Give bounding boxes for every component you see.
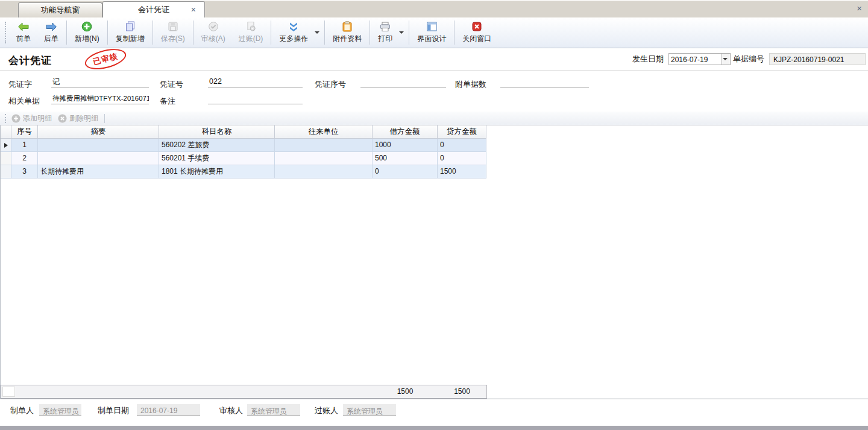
cell-seq[interactable]: 2 (11, 152, 38, 165)
voucher-no-field[interactable]: 022 (208, 76, 303, 87)
cell-summary[interactable] (38, 152, 159, 165)
save-icon (168, 21, 178, 32)
new-button[interactable]: 新增(N) (68, 17, 106, 48)
clipboard-icon (342, 21, 352, 32)
tab-bar: 功能导航窗 会计凭证 × × (0, 0, 868, 17)
cell-seq[interactable]: 3 (11, 165, 38, 179)
cell-credit[interactable]: 0 (438, 152, 486, 165)
attachments-button[interactable]: 附件资料 (326, 17, 368, 48)
more-actions-button[interactable]: 更多操作 (272, 17, 323, 48)
col-seq-header[interactable]: 序号 (11, 125, 38, 139)
cell-debit[interactable]: 1000 (373, 139, 438, 152)
cell-debit[interactable]: 0 (373, 165, 438, 179)
tab-close-icon[interactable]: × (191, 2, 196, 17)
document-check-icon (245, 21, 256, 32)
row-selector-cell[interactable] (1, 165, 11, 179)
print-button[interactable]: 打印 (371, 17, 407, 48)
remark-field[interactable] (208, 93, 303, 104)
table-row[interactable]: 2 560201 手续费 500 0 (1, 152, 868, 165)
detail-toolbar: 添加明细 删除明细 (0, 112, 868, 125)
voucher-form: 凭证字 记 凭证号 022 凭证序号 附单据数 相关单据 待摊费用摊销DTFYT… (0, 71, 868, 112)
col-unit-header[interactable]: 往来单位 (275, 125, 373, 139)
voucher-word-field[interactable]: 记 (51, 76, 149, 87)
prev-doc-button[interactable]: 前单 (10, 17, 37, 48)
add-detail-label: 添加明细 (23, 113, 52, 124)
cell-account[interactable]: 560201 手续费 (159, 152, 275, 165)
row-selector-cell[interactable] (1, 152, 11, 165)
voucher-word-label: 凭证字 (8, 79, 32, 90)
toolbar-separator (454, 21, 454, 45)
entries-grid: 序号 摘要 科目名称 往来单位 借方金额 贷方金额 1 560202 差旅费 1… (0, 125, 868, 399)
remark-label: 备注 (160, 96, 175, 107)
toolbar-separator (324, 21, 325, 45)
date-input[interactable]: 2016-07-19 (669, 54, 722, 65)
header-fields: 发生日期 2016-07-19 单据编号 KJPZ-20160719-0021 (632, 53, 866, 65)
current-row-arrow-icon (4, 143, 8, 148)
cell-credit[interactable]: 1500 (438, 165, 486, 179)
date-dropdown-button[interactable] (722, 54, 730, 65)
copy-new-button[interactable]: 复制新增 (109, 17, 151, 48)
remove-detail-button[interactable]: 删除明细 (56, 113, 102, 124)
toolbar-separator (66, 21, 67, 45)
related-doc-field[interactable]: 待摊费用摊销DTFYTX-2016071 (51, 93, 149, 104)
grid-selector-header[interactable] (1, 125, 11, 139)
copy-icon (125, 21, 136, 32)
cell-unit[interactable] (275, 139, 373, 152)
cell-debit[interactable]: 500 (373, 152, 438, 165)
status-strip (0, 426, 868, 430)
toolbar-separator (153, 21, 153, 45)
cell-account[interactable]: 1801 长期待摊费用 (159, 165, 275, 179)
auditor-label: 审核人 (219, 405, 243, 416)
cell-credit[interactable]: 0 (438, 139, 486, 152)
post-button[interactable]: 过账(D) (232, 17, 270, 48)
toolbar-separator (104, 114, 105, 123)
toolbar-separator (193, 21, 193, 45)
tab-accounting-voucher[interactable]: 会计凭证 × (102, 1, 205, 17)
next-doc-button[interactable]: 后单 (37, 17, 65, 48)
window-close-icon[interactable]: × (857, 4, 862, 13)
print-inner: 打印 (371, 19, 399, 46)
cell-summary[interactable] (38, 139, 159, 152)
attached-count-field[interactable] (500, 76, 589, 87)
audit-label: 审核(A) (201, 34, 225, 44)
plus-circle-gray-icon (11, 113, 20, 124)
new-label: 新增(N) (75, 34, 99, 44)
col-debit-header[interactable]: 借方金额 (373, 125, 438, 139)
table-row[interactable]: 3 长期待摊费用 1801 长期待摊费用 0 1500 (1, 165, 868, 179)
copy-new-label: 复制新增 (116, 34, 145, 44)
grid-header-row: 序号 摘要 科目名称 往来单位 借方金额 贷方金额 (1, 125, 868, 139)
arrow-right-icon (45, 21, 57, 32)
toolbar-separator (107, 21, 108, 45)
toolbar-separator (271, 21, 271, 45)
attached-count-label: 附单据数 (455, 79, 486, 90)
add-detail-button[interactable]: 添加明细 (10, 113, 56, 124)
ui-design-button[interactable]: 界面设计 (410, 17, 453, 48)
cell-seq[interactable]: 1 (11, 139, 38, 152)
voucher-seq-field[interactable] (360, 76, 446, 87)
creator-label: 制单人 (10, 405, 34, 416)
cell-unit[interactable] (275, 165, 373, 179)
close-window-button[interactable]: 关闭窗口 (456, 17, 498, 48)
attachments-label: 附件资料 (333, 34, 362, 44)
doc-no-field[interactable]: KJPZ-20160719-0021 (769, 53, 866, 65)
close-window-label: 关闭窗口 (462, 34, 491, 44)
poster-label: 过账人 (315, 405, 338, 416)
toolbar-gripper (5, 22, 7, 43)
x-circle-gray-icon (58, 113, 67, 124)
ui-design-label: 界面设计 (417, 34, 446, 44)
col-credit-header[interactable]: 贷方金额 (438, 125, 486, 139)
col-summary-header[interactable]: 摘要 (38, 125, 159, 139)
cell-unit[interactable] (275, 152, 373, 165)
audit-button[interactable]: 审核(A) (195, 17, 232, 48)
create-date-label: 制单日期 (98, 405, 129, 416)
tab-function-nav[interactable]: 功能导航窗 (18, 2, 102, 17)
col-account-header[interactable]: 科目名称 (159, 125, 275, 139)
row-selector-cell[interactable] (1, 139, 11, 152)
toolbar-gripper (5, 114, 7, 123)
window-layout-icon (427, 21, 437, 32)
cell-summary[interactable]: 长期待摊费用 (38, 165, 159, 179)
table-row[interactable]: 1 560202 差旅费 1000 0 (1, 139, 868, 152)
save-button[interactable]: 保存(S) (154, 17, 192, 48)
cell-account[interactable]: 560202 差旅费 (159, 139, 275, 152)
auditor-field: 系统管理员 (247, 404, 300, 416)
